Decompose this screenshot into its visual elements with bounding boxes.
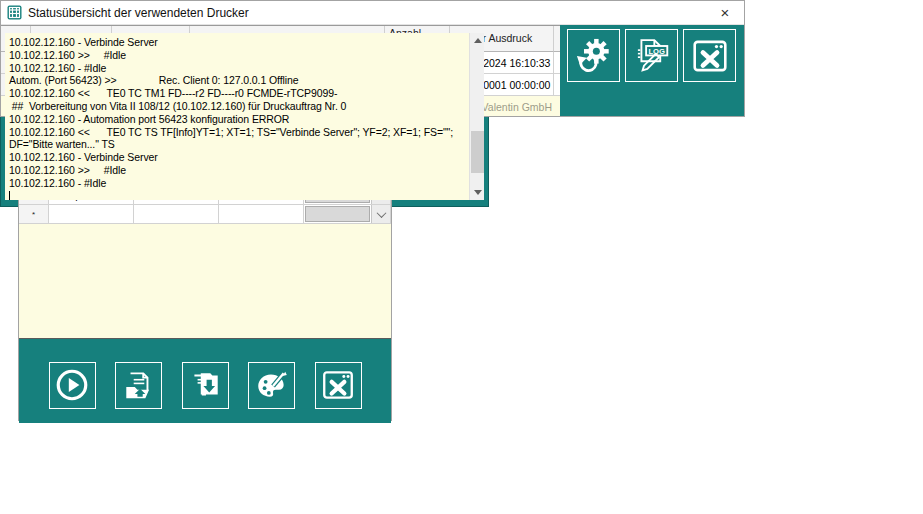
log-line: 10.102.12.160 - #Idle: [9, 62, 467, 75]
exit-window-icon: [690, 36, 730, 76]
log-line: 10.102.12.160 - Verbinde Server: [9, 151, 467, 164]
start-icon: [54, 367, 90, 403]
text-caret: [9, 190, 467, 200]
aktivieren-dropdown[interactable]: [304, 205, 390, 223]
log-textbox[interactable]: 10.102.12.160 - Verbinde Server 10.102.1…: [5, 33, 469, 200]
log-file-button[interactable]: LOG: [625, 29, 678, 82]
status-window-titlebar[interactable]: Statusübersicht der verwendeten Drucker …: [1, 1, 744, 25]
log-file-icon: LOG: [632, 36, 672, 76]
scroll-down-button[interactable]: [470, 185, 484, 200]
konfiguration-panel: [19, 224, 391, 339]
log-line: 10.102.12.160 - Verbinde Server: [9, 36, 467, 49]
cell-druckername[interactable]: [49, 205, 134, 224]
konfiguration-toolbar: [19, 339, 391, 423]
log-panel: 10.102.12.160 - Verbinde Server 10.102.1…: [5, 33, 484, 200]
exit-window-icon: [320, 367, 356, 403]
status-toolbar: LOG: [560, 25, 744, 116]
status-window-close-button[interactable]: ×: [712, 4, 738, 21]
log-line: 10.102.12.160 >> #Idle: [9, 164, 467, 177]
log-line: 10.102.12.160 - #Idle: [9, 177, 467, 190]
table-row-new: *: [19, 205, 391, 224]
grid-app-icon: [7, 5, 22, 20]
dropdown-value[interactable]: [305, 206, 370, 222]
cell-port[interactable]: [219, 205, 304, 224]
cell-aktivieren: [304, 205, 391, 224]
arrow-up-icon: [474, 38, 482, 43]
chevron-down-icon: [376, 208, 386, 218]
scroll-up-button[interactable]: [470, 33, 484, 48]
status-window-title: Statusübersicht der verwendeten Drucker: [28, 6, 712, 20]
save-config-button[interactable]: [182, 362, 229, 409]
log-line: 10.102.12.160 >> #Idle: [9, 49, 467, 62]
load-config-icon: [121, 367, 157, 403]
log-line: Autom. (Port 56423) >> Rec. Client 0: 12…: [9, 74, 467, 87]
log-line: ## Vorbereitung von Vita II 108/12 (10.1…: [9, 100, 467, 113]
start-button[interactable]: [49, 362, 96, 409]
log-line: 10.102.12.160 << TE0 TC TS TF[Info]YT=1;…: [9, 126, 467, 152]
dropdown-arrow-button[interactable]: [371, 205, 390, 223]
log-scrollbar[interactable]: [469, 33, 484, 200]
scroll-thumb[interactable]: [471, 131, 484, 173]
appearance-icon: [254, 367, 290, 403]
cell-ip[interactable]: [134, 205, 219, 224]
arrow-down-icon: [474, 190, 482, 195]
appearance-button[interactable]: [248, 362, 295, 409]
load-config-button[interactable]: [115, 362, 162, 409]
log-line: 10.102.12.160 - Automation port 56423 ko…: [9, 113, 467, 126]
exit-window-button[interactable]: [683, 29, 736, 82]
exit-window-button[interactable]: [315, 362, 362, 409]
row-selector[interactable]: *: [19, 205, 49, 224]
settings-reset-icon: [574, 36, 614, 76]
log-line: 10.102.12.160 << TE0 TC TM1 FD----r2 FD-…: [9, 87, 467, 100]
settings-reset-button[interactable]: [567, 29, 620, 82]
save-config-icon: [187, 367, 223, 403]
